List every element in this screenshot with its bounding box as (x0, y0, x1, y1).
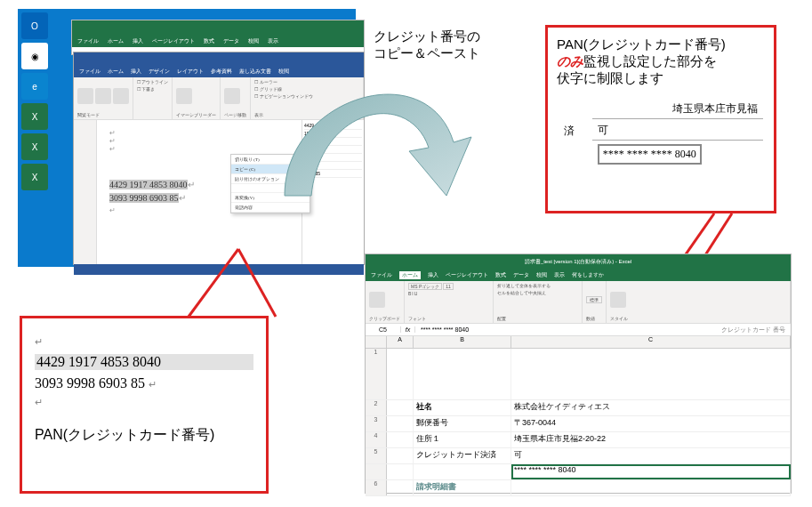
cell-invoice-title[interactable]: 請求明細書 (414, 480, 511, 495)
cl-cc1: 4429 1917 4853 8040 (35, 354, 253, 370)
side-num: 4429 (304, 122, 362, 130)
cell-cc-label[interactable]: クレジットカード決済 (414, 448, 511, 463)
rg-label: 配置 (497, 316, 578, 321)
word-page[interactable]: ↵ ↵ ↵ 4429 1917 4853 8040↵ 3093 9998 690… (97, 120, 301, 264)
cell-company-value[interactable]: 株式会社ケイディティエス (511, 400, 791, 415)
chrome-icon[interactable]: ◉ (21, 43, 48, 69)
exb-tab[interactable]: データ (223, 37, 239, 45)
side-num: 4853 (304, 138, 362, 146)
excel-window-back: ファイル ホーム 挿入 ページレイアウト 数式 データ 校閲 表示 (71, 20, 365, 55)
taskbar: O ◉ e X X X (18, 9, 52, 267)
side-num: 1917 (304, 130, 362, 138)
nav-check[interactable]: ☐ ナビゲーションウィンドウ (254, 93, 312, 99)
corner[interactable] (366, 336, 387, 348)
exb-tab[interactable]: 校閲 (248, 37, 259, 45)
colA[interactable]: A (387, 336, 414, 348)
draft-check[interactable]: ☐ 下書き (137, 86, 155, 92)
font-select[interactable]: MS Pゴシック (408, 283, 442, 290)
italic-icon[interactable]: I (412, 291, 413, 296)
excel-icon-2[interactable]: X (21, 133, 48, 160)
copy-paste-label: クレジット番号の コピー＆ペースト (374, 28, 480, 62)
outline-check[interactable]: ☐ アウトライン (137, 79, 168, 84)
numfmt[interactable]: 標準 (586, 296, 602, 303)
xr-tab[interactable]: 挿入 (428, 271, 438, 279)
exb-tab[interactable]: ページレイアウト (152, 37, 195, 45)
exb-tab[interactable]: 数式 (204, 37, 214, 45)
cl-cc2: 3093 9998 6903 85 ↵ (35, 375, 253, 391)
rg-label: ページ移動 (224, 112, 246, 117)
cm-sep (231, 184, 310, 193)
word-titlebar (74, 52, 364, 65)
colB[interactable]: B (414, 336, 511, 348)
xr-tab[interactable]: データ (513, 271, 529, 279)
xr-namebox[interactable]: C5 (366, 326, 401, 333)
wrap-check[interactable]: 折り返して全体を表示する (497, 283, 551, 288)
cp-line1: クレジット番号の (374, 28, 480, 45)
rg-label: 閲覧モード (77, 112, 129, 117)
cp-line2: コピー＆ペースト (374, 45, 480, 62)
wt-tab[interactable]: ホーム (108, 68, 124, 76)
cr-masked: **** **** **** 8040 (598, 144, 702, 165)
xr-tab[interactable]: 表示 (554, 271, 565, 279)
excel-icon-1[interactable]: X (21, 103, 48, 130)
wt-tab[interactable]: レイアウト (177, 68, 204, 76)
cell-addr-value[interactable]: 埼玉県本庄市見福2-20-22 (511, 432, 791, 447)
grid-check[interactable]: ☐ グリッド線 (254, 86, 281, 92)
colC[interactable]: C (511, 336, 791, 348)
cm-reconvert[interactable]: 再変換(V) (231, 193, 310, 203)
cell-cc-ok[interactable]: 可 (511, 448, 791, 463)
xr-tab[interactable]: ホーム (399, 271, 421, 279)
excel-icon-3[interactable]: X (21, 164, 48, 190)
rg-label: フォント (408, 316, 489, 321)
bold-icon[interactable]: B (408, 291, 411, 296)
wt-tab[interactable]: 校閲 (278, 68, 289, 76)
cell-company-label[interactable]: 社名 (414, 400, 511, 415)
cr-line1: PAN(クレジットカード番号) (557, 36, 765, 53)
wt-tab[interactable]: デザイン (149, 68, 170, 76)
wt-tab[interactable]: 差し込み文書 (239, 68, 271, 76)
xr-tab[interactable]: 校閲 (536, 271, 547, 279)
print-layout-icon[interactable] (95, 88, 111, 104)
edge-icon[interactable]: e (21, 73, 48, 100)
immersive-icon[interactable] (176, 88, 192, 104)
exb-tab[interactable]: 表示 (268, 37, 278, 45)
cell-addr-label[interactable]: 住所１ (414, 432, 511, 447)
cell-masked-pan[interactable]: **** **** **** 8040 (511, 464, 791, 479)
merge-check[interactable]: セルを結合して中央揃え (497, 290, 546, 295)
xr-tab[interactable]: 数式 (495, 271, 506, 279)
excel-back-ribbon-tabs: ファイル ホーム 挿入 ページレイアウト 数式 データ 校閲 表示 (72, 35, 364, 47)
xr-fx-icon[interactable]: fx (401, 326, 415, 333)
wt-tab[interactable]: 参考資料 (211, 68, 232, 76)
rg-view: 閲覧モード (74, 77, 133, 119)
cr-table: 埼玉県本庄市見福 済 可 **** **** **** 8040 (557, 98, 765, 168)
rg-page-move: ページ移動 (221, 77, 251, 119)
read-mode-icon[interactable] (77, 88, 93, 104)
paste-icon[interactable] (369, 292, 385, 308)
xr-tab[interactable]: ファイル (371, 271, 392, 279)
cm-copy[interactable]: コピー (C) (231, 165, 310, 174)
cm-paste-options[interactable]: 貼り付けのオプション (231, 174, 310, 184)
web-layout-icon[interactable] (113, 88, 129, 104)
exb-tab[interactable]: ファイル (77, 37, 99, 45)
xr-tab[interactable]: ページレイアウト (446, 271, 488, 279)
rg-immersive: イマーシブリーダー (173, 77, 221, 119)
xr-rows: 1 2 社名 株式会社ケイディティエス 3 郵便番号 〒367-0044 4 住 (366, 349, 791, 496)
condfmt-icon[interactable] (610, 292, 626, 308)
cm-cut[interactable]: 切り取り (T) (231, 155, 310, 165)
cm-speak[interactable]: 発話内容 (231, 203, 310, 213)
exb-tab[interactable]: ホーム (108, 37, 124, 45)
wt-tab[interactable]: 挿入 (131, 68, 141, 76)
word-cc-line2[interactable]: 3093 9998 6903 85 (109, 193, 179, 203)
cell-zip-value[interactable]: 〒367-0044 (511, 416, 791, 431)
xr-fx-value[interactable]: **** **** **** 8040 (415, 326, 716, 333)
cell-zip-label[interactable]: 郵便番号 (414, 416, 511, 431)
xr-tab[interactable]: 何をしますか (572, 271, 604, 279)
exb-tab[interactable]: 挿入 (133, 37, 143, 45)
ruler-check[interactable]: ☐ ルーラー (254, 79, 277, 84)
xr-rg-style: スタイル (607, 281, 791, 323)
size-select[interactable]: 11 (443, 283, 454, 290)
outlook-icon[interactable]: O (21, 12, 48, 39)
wt-tab[interactable]: ファイル (79, 68, 100, 76)
underline-icon[interactable]: U (414, 291, 418, 296)
vertical-icon[interactable] (224, 88, 240, 104)
